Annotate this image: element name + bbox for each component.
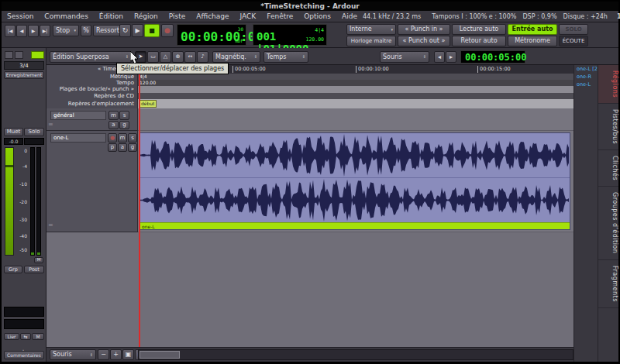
meter-ruler[interactable]: 4|4	[138, 74, 574, 80]
strip-button-2[interactable]	[15, 51, 23, 59]
audition-tool-button[interactable]: ♪	[197, 51, 208, 63]
menu-commandes[interactable]: Commandes	[39, 11, 93, 22]
record-button[interactable]: ●	[161, 24, 174, 37]
metronome-button[interactable]: Métronome	[508, 36, 557, 46]
cd-marker-ruler[interactable]	[138, 93, 574, 99]
sync-source-select[interactable]: Interne ▾	[346, 24, 396, 35]
forward-button[interactable]: ▶	[28, 25, 39, 37]
meter-marker[interactable]: 4|4	[140, 74, 147, 80]
menu-aide[interactable]: Aide	[336, 11, 363, 22]
tempo-ruler[interactable]: 120.00	[138, 80, 574, 86]
bus-solo-button[interactable]: s	[119, 111, 129, 120]
menu-fenetre[interactable]: Fenêtre	[261, 11, 298, 22]
ruler-label-cd-markers[interactable]: Repères de CD	[46, 93, 137, 99]
zoom-in-button[interactable]: +	[110, 349, 122, 360]
mouse-mode-select[interactable]: Souris ⇕	[380, 51, 429, 63]
strip-solo-button[interactable]: Solo	[24, 128, 44, 136]
region-name-bar[interactable]: one-L	[140, 222, 570, 229]
auto-play-button[interactable]: Lecture auto	[452, 24, 506, 35]
strip-input-button[interactable]: 3/4	[4, 61, 44, 70]
goto-end-button[interactable]: ▶|	[40, 25, 50, 37]
location-marker-ruler[interactable]: début	[138, 99, 574, 108]
menu-affichage[interactable]: Affichage	[191, 11, 234, 22]
goto-start-button[interactable]: |◀	[5, 25, 16, 37]
swap-button[interactable]: ⇆	[20, 333, 31, 340]
ruler-label-meter[interactable]: Métrique	[46, 74, 137, 80]
zoom-to-session-button[interactable]: ▣	[122, 349, 134, 360]
bus-mute-button[interactable]: m	[108, 111, 119, 120]
editor-canvas-empty[interactable]	[46, 232, 574, 347]
auto-return-button[interactable]: Retour auto	[452, 36, 506, 46]
gain-tool-button[interactable]: △	[160, 51, 171, 63]
edit-point-next-button[interactable]: ▸	[446, 51, 456, 63]
gain-fader[interactable]	[5, 147, 14, 256]
solo-button[interactable]: SOLO	[559, 24, 588, 35]
strip-mute-button[interactable]: Muet	[4, 128, 23, 136]
secondary-clock[interactable]: 001 |01|0000 4|4 120.00	[253, 24, 327, 46]
ruler-label-location-markers[interactable]: Repères d'emplacement	[46, 99, 137, 108]
gain-display[interactable]: -0.0	[4, 138, 23, 145]
tab-chunks[interactable]: Fragments	[598, 260, 618, 308]
track-canvas-one-l[interactable]: one-L	[138, 131, 574, 232]
menu-piste[interactable]: Piste	[164, 11, 191, 22]
track-solo-button[interactable]: s	[128, 133, 137, 143]
mono-button[interactable]: M	[32, 333, 44, 340]
region-list-item[interactable]: one-L	[574, 81, 598, 88]
track-color-chip[interactable]	[31, 51, 44, 59]
group-button[interactable]: Grp	[4, 266, 22, 273]
strip-record-button[interactable]: Enregistrement	[4, 71, 44, 79]
zoom-out-button[interactable]: −	[98, 349, 109, 360]
track-mute-button[interactable]: m	[118, 133, 127, 143]
tab-snapshots[interactable]: Clichés	[598, 150, 618, 187]
tempo-marker[interactable]: 120.00	[140, 80, 156, 86]
strip-button-1[interactable]	[5, 51, 13, 59]
track-record-arm-button[interactable]: ●	[108, 133, 117, 143]
menu-session[interactable]: Session	[2, 11, 39, 22]
rewind-button[interactable]: ◀	[16, 25, 27, 37]
shuttle-stop-select[interactable]: Stop ▾	[53, 25, 79, 36]
edit-point-prev-button[interactable]: ◂	[434, 51, 445, 63]
punch-out-button[interactable]: « Punch out »	[398, 36, 450, 46]
peak-display[interactable]	[24, 138, 44, 145]
region-list-item[interactable]: one-L [2	[574, 65, 598, 73]
zoom-tool-button[interactable]: ⊕	[172, 51, 184, 63]
track-playlist-button[interactable]: p	[108, 143, 117, 152]
track-grip-icon[interactable]: ≡	[48, 121, 53, 128]
bus-automation-button[interactable]: a	[108, 121, 119, 129]
loop-punch-ruler[interactable]	[138, 86, 574, 93]
track-grip-icon[interactable]: ≡	[48, 221, 53, 228]
input-selector[interactable]	[4, 307, 44, 317]
comments-button[interactable]: Commentaires	[4, 351, 44, 359]
region-list-item[interactable]: one-R	[574, 73, 598, 81]
meter-point-button[interactable]: Post	[24, 266, 44, 273]
loop-button[interactable]: ↻	[119, 24, 131, 37]
clock-master-button[interactable]: Horloge maître	[346, 36, 396, 46]
track-name-field[interactable]: one-L	[50, 133, 106, 143]
ruler-label-loop-punch[interactable]: Plages de boucle/« punch »	[46, 86, 137, 93]
menu-jack[interactable]: JACK	[235, 11, 262, 22]
edit-mode-select[interactable]: Édition Superposa ⇕	[50, 51, 132, 63]
audio-region[interactable]: one-L	[139, 132, 570, 230]
zoom-focus-select[interactable]: Souris ⇕	[50, 349, 96, 360]
tab-tracks-buses[interactable]: Pistes/bus	[598, 104, 618, 150]
track-name-field[interactable]: général	[50, 111, 106, 120]
scrollbar-thumb[interactable]	[140, 351, 180, 359]
punch-in-button[interactable]: « Punch in »	[398, 24, 450, 35]
play-button[interactable]: ▶	[132, 24, 143, 37]
fader-handle[interactable]	[5, 165, 13, 167]
track-header-general[interactable]: général m s a g ≡	[46, 108, 138, 131]
ruler-label-tempo[interactable]: Tempo	[46, 80, 137, 86]
primary-clock[interactable]: 00:00:00:00 30 NDF	[177, 24, 246, 46]
menu-edition[interactable]: Édition	[94, 11, 129, 22]
output-selector[interactable]	[4, 319, 44, 329]
edit-point-clock[interactable]: 00:00:05:00	[460, 50, 525, 64]
track-header-one-l[interactable]: one-L ● m s p a g ≡	[46, 131, 138, 232]
auto-input-button[interactable]: Entrée auto	[508, 24, 557, 35]
tab-regions[interactable]: Régions	[598, 65, 618, 104]
audition-button[interactable]: ÉCOUTE	[559, 36, 588, 46]
timefx-tool-button[interactable]: ↔	[184, 51, 196, 63]
stop-button[interactable]: ■	[144, 24, 160, 37]
snap-unit-select[interactable]: Temps ⇕	[264, 51, 308, 63]
horizontal-scrollbar[interactable]	[138, 349, 574, 360]
track-automation-button[interactable]: a	[118, 143, 127, 152]
